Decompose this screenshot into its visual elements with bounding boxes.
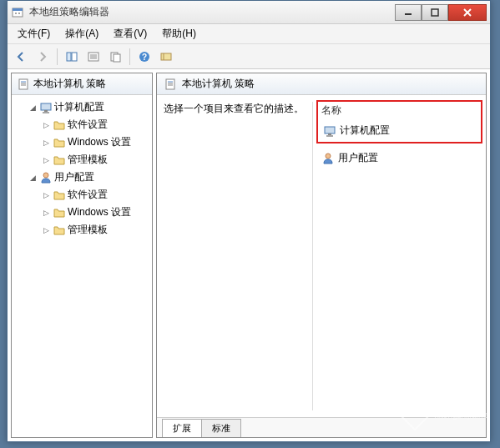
menu-help[interactable]: 帮助(H): [157, 25, 201, 43]
folder-icon: [53, 224, 66, 237]
show-hide-tree-button[interactable]: [62, 47, 82, 67]
menu-view[interactable]: 查看(V): [109, 25, 152, 43]
maximize-button[interactable]: [422, 4, 448, 21]
svg-rect-5: [432, 9, 438, 16]
svg-rect-9: [72, 53, 77, 61]
computer-icon: [323, 124, 336, 138]
tree-node-software-settings[interactable]: ▷ 软件设置: [13, 186, 150, 204]
svg-point-27: [43, 173, 48, 178]
tree-node-computer-config[interactable]: ◢ 计算机配置: [13, 98, 150, 116]
svg-point-2: [15, 13, 17, 14]
forward-button[interactable]: [33, 47, 53, 67]
tree-label: 管理模板: [68, 223, 108, 237]
expand-icon[interactable]: ▷: [42, 138, 51, 147]
titlebar: 本地组策略编辑器: [8, 1, 490, 24]
column-header-name[interactable]: 名称: [321, 103, 477, 121]
svg-point-3: [18, 13, 20, 14]
toolbar: ?: [8, 44, 490, 69]
collapse-icon[interactable]: ◢: [28, 103, 38, 112]
tree-label: 用户配置: [54, 170, 94, 184]
detail-body: 选择一个项目来查看它的描述。 名称 计算机配置 用户配置: [157, 95, 486, 417]
close-button[interactable]: [448, 4, 487, 21]
computer-icon: [39, 101, 53, 114]
description-panel: 选择一个项目来查看它的描述。: [164, 102, 312, 410]
list-item-user-config[interactable]: 用户配置: [320, 148, 479, 168]
tree-node-software-settings[interactable]: ▷ 软件设置: [13, 116, 150, 133]
app-icon: [11, 6, 24, 19]
expand-icon[interactable]: ▷: [42, 208, 51, 217]
tab-extended[interactable]: 扩展: [162, 419, 202, 437]
help-button[interactable]: ?: [134, 47, 154, 67]
user-icon: [321, 152, 335, 165]
filter-button[interactable]: [156, 47, 176, 67]
expand-icon[interactable]: ▷: [42, 155, 51, 164]
expand-icon[interactable]: ▷: [42, 120, 51, 129]
tree-label: Windows 设置: [68, 135, 131, 149]
svg-point-35: [326, 154, 331, 159]
tree-header: 本地计算机 策略: [12, 73, 152, 95]
svg-rect-25: [44, 110, 48, 112]
policy-icon: [17, 78, 30, 91]
user-icon: [39, 171, 53, 184]
minimize-button[interactable]: [395, 4, 422, 21]
window-buttons: [395, 4, 487, 21]
svg-rect-20: [19, 79, 28, 89]
detail-pane: 本地计算机 策略 选择一个项目来查看它的描述。 名称 计算机配置: [156, 73, 487, 438]
list-item-computer-config[interactable]: 计算机配置: [321, 121, 477, 140]
svg-rect-18: [161, 53, 171, 60]
tree-root-label: 本地计算机 策略: [33, 77, 106, 91]
folder-icon: [53, 154, 66, 167]
collapse-icon[interactable]: ◢: [28, 173, 38, 182]
toolbar-separator: [57, 48, 58, 65]
list-item-label: 计算机配置: [340, 123, 390, 138]
svg-rect-15: [114, 54, 120, 62]
list-item-label: 用户配置: [338, 151, 378, 165]
tree-node-windows-settings[interactable]: ▷ Windows 设置: [13, 133, 150, 151]
tab-standard[interactable]: 标准: [201, 419, 241, 437]
tree-label: 软件设置: [68, 188, 108, 202]
svg-rect-8: [67, 53, 71, 61]
tree-label: 计算机配置: [54, 100, 104, 114]
svg-text:?: ?: [142, 53, 147, 62]
tree-node-admin-templates[interactable]: ▷ 管理模板: [13, 151, 150, 169]
content-area: 本地计算机 策略 ◢ 计算机配置 ▷ 软件设置 ▷ Windows 设置: [8, 69, 490, 441]
svg-rect-33: [328, 133, 331, 135]
tree-body: ◢ 计算机配置 ▷ 软件设置 ▷ Windows 设置 ▷ 管理: [12, 95, 152, 242]
detail-header: 本地计算机 策略: [157, 73, 486, 95]
highlight-box: 名称 计算机配置: [316, 100, 482, 143]
expand-icon[interactable]: ▷: [42, 190, 51, 199]
detail-tabs: 扩展 标准: [157, 417, 486, 437]
menubar: 文件(F) 操作(A) 查看(V) 帮助(H): [8, 24, 490, 44]
main-window: 本地组策略编辑器 文件(F) 操作(A) 查看(V) 帮助(H) ? 本地计算机…: [7, 0, 491, 442]
svg-rect-32: [325, 127, 335, 133]
svg-rect-28: [166, 79, 174, 89]
tree-node-windows-settings[interactable]: ▷ Windows 设置: [13, 204, 150, 221]
tree-label: 管理模板: [68, 153, 108, 167]
folder-icon: [53, 206, 66, 219]
menu-action[interactable]: 操作(A): [60, 25, 104, 43]
tree-node-user-config[interactable]: ◢ 用户配置: [13, 169, 150, 186]
detail-title: 本地计算机 策略: [182, 77, 255, 91]
properties-button[interactable]: [83, 47, 104, 67]
window-title: 本地组策略编辑器: [29, 5, 395, 19]
expand-icon[interactable]: ▷: [42, 225, 51, 234]
tree-label: Windows 设置: [68, 205, 131, 219]
export-button[interactable]: [105, 47, 125, 67]
tree-label: 软件设置: [68, 118, 108, 132]
back-button[interactable]: [11, 47, 31, 67]
toolbar-separator: [129, 48, 130, 65]
tree-node-admin-templates[interactable]: ▷ 管理模板: [13, 221, 150, 239]
folder-icon: [53, 189, 66, 202]
tree-pane: 本地计算机 策略 ◢ 计算机配置 ▷ 软件设置 ▷ Windows 设置: [11, 73, 153, 438]
policy-icon: [164, 78, 177, 91]
menu-file[interactable]: 文件(F): [13, 25, 55, 43]
svg-rect-1: [13, 8, 23, 11]
list-panel: 名称 计算机配置 用户配置: [312, 102, 479, 410]
folder-icon: [53, 136, 66, 149]
folder-icon: [53, 118, 66, 132]
description-hint: 选择一个项目来查看它的描述。: [164, 102, 306, 116]
svg-rect-24: [41, 103, 51, 110]
